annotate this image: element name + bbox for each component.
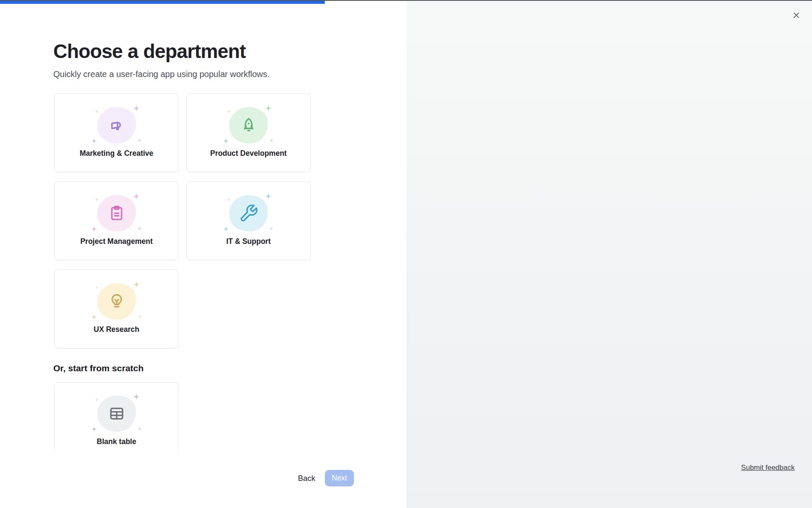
sparkle-icon	[92, 427, 97, 432]
sparkle-icon	[134, 394, 140, 400]
table-icon	[107, 404, 126, 423]
submit-feedback-link[interactable]: Submit feedback	[741, 464, 795, 472]
rocket-icon	[239, 116, 258, 135]
sparkle-icon	[266, 193, 272, 199]
progress-track	[0, 1, 812, 4]
sparkle-dot	[270, 227, 273, 230]
lightbulb-illustration	[97, 283, 136, 320]
sparkle-dot	[96, 399, 98, 401]
sparkle-icon	[266, 105, 272, 111]
department-label: UX Research	[94, 325, 140, 334]
department-card-marketing-creative[interactable]: Marketing & Creative	[54, 93, 179, 172]
megaphone-icon	[107, 116, 126, 135]
sparkle-dot	[96, 199, 98, 201]
page-subtitle: Quickly create a user-facing app using p…	[53, 69, 269, 79]
department-card-project-management[interactable]: Project Management	[54, 181, 179, 260]
sparkle-icon	[134, 105, 140, 111]
scratch-card-blank-table[interactable]: Blank table	[54, 382, 179, 456]
sparkle-icon	[224, 138, 229, 144]
wrench-illustration	[229, 195, 268, 232]
department-card-product-development[interactable]: Product Development	[186, 93, 311, 172]
sparkle-dot	[96, 287, 98, 289]
sparkle-icon	[92, 315, 97, 320]
department-label: Project Management	[80, 237, 153, 246]
wrench-icon	[239, 204, 258, 223]
back-button[interactable]: Back	[293, 470, 320, 486]
progress-bar	[0, 1, 325, 4]
sparkle-icon	[134, 193, 140, 199]
close-icon[interactable]	[792, 10, 802, 20]
scratch-section-heading: Or, start from scratch	[53, 363, 144, 373]
next-button[interactable]: Next	[325, 470, 354, 486]
sparkle-dot	[228, 199, 230, 201]
department-label: IT & Support	[226, 237, 271, 246]
sparkle-icon	[92, 226, 97, 232]
app-creation-wizard: Choose a department Quickly create a use…	[0, 0, 812, 508]
department-card-it-support[interactable]: IT & Support	[186, 181, 311, 260]
sparkle-dot	[138, 227, 141, 230]
wizard-left-panel: Choose a department Quickly create a use…	[0, 0, 406, 508]
sparkle-dot	[96, 110, 98, 113]
window-top-edge	[0, 0, 812, 1]
department-label: Marketing & Creative	[80, 149, 153, 158]
sparkle-dot	[270, 139, 273, 142]
sparkle-icon	[224, 226, 229, 232]
scratch-label: Blank table	[97, 437, 136, 446]
department-card-ux-research[interactable]: UX Research	[54, 269, 179, 348]
sparkle-dot	[138, 315, 141, 318]
wizard-scroll-area: Choose a department Quickly create a use…	[0, 0, 406, 456]
table-illustration	[97, 395, 136, 432]
sparkle-dot	[138, 139, 141, 142]
clipboard-icon	[107, 204, 126, 223]
lightbulb-icon	[107, 292, 126, 311]
rocket-illustration	[229, 107, 268, 144]
sparkle-dot	[228, 110, 230, 113]
sparkle-icon	[92, 138, 97, 144]
clipboard-illustration	[97, 195, 136, 232]
department-label: Product Development	[210, 149, 287, 158]
sparkle-icon	[134, 282, 140, 287]
sparkle-dot	[138, 428, 141, 430]
department-cards-grid: Marketing & Creative	[54, 93, 311, 348]
page-title: Choose a department	[53, 40, 246, 63]
preview-panel: SLMobbin S	[406, 0, 812, 508]
megaphone-illustration	[97, 107, 136, 144]
